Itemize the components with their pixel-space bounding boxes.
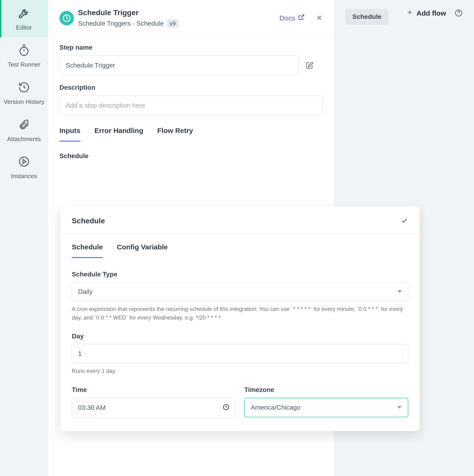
step-name-label: Step name xyxy=(59,44,323,51)
sidebar-item-test-runner[interactable]: Test Runner xyxy=(0,37,48,74)
sidebar-item-label: Version History xyxy=(4,98,45,106)
chevron-down-icon xyxy=(397,404,402,411)
schedule-section-label: Schedule xyxy=(59,152,323,160)
main-header: Schedule Trigger Schedule Triggers - Sch… xyxy=(48,0,334,35)
description-input[interactable] xyxy=(59,96,323,116)
stopwatch-icon xyxy=(18,44,30,58)
timezone-select[interactable]: America/Chicago xyxy=(244,398,408,417)
add-flow-label: Add flow xyxy=(416,9,446,17)
sidebar-item-label: Attachments xyxy=(7,135,41,143)
tab-error-handling[interactable]: Error Handling xyxy=(94,127,143,141)
add-flow-button[interactable]: Add flow xyxy=(406,9,446,17)
time-input[interactable]: 03:30 AM xyxy=(72,398,236,418)
flow-pill-schedule[interactable]: Schedule xyxy=(345,9,388,25)
svg-point-1 xyxy=(19,157,29,166)
paperclip-icon xyxy=(18,119,30,132)
clock-circle-icon xyxy=(59,11,74,25)
schedule-card: Schedule Schedule Config Variable Schedu… xyxy=(61,206,420,431)
sidebar-item-label: Instances xyxy=(11,172,37,180)
schedule-type-label: Schedule Type xyxy=(72,271,408,278)
version-badge: v9 xyxy=(167,19,178,28)
timezone-label: Timezone xyxy=(244,386,408,393)
sidebar: Editor Test Runner Version History Attac… xyxy=(0,0,48,476)
page-subtitle: Schedule Triggers - Schedule xyxy=(78,20,164,27)
day-label: Day xyxy=(72,333,408,340)
svg-point-4 xyxy=(458,15,459,15)
description-label: Description xyxy=(59,84,323,91)
sidebar-item-label: Test Runner xyxy=(8,61,40,69)
schedule-type-help: A cron expression that represents the re… xyxy=(72,305,408,322)
help-button[interactable] xyxy=(455,9,463,17)
sidebar-item-instances[interactable]: Instances xyxy=(0,149,48,186)
day-help: Runs every 1 day. xyxy=(72,367,408,375)
timezone-value: America/Chicago xyxy=(251,404,300,411)
clock-icon xyxy=(223,404,229,412)
card-tab-schedule[interactable]: Schedule xyxy=(72,243,103,257)
page-title: Schedule Trigger xyxy=(78,8,275,17)
card-title: Schedule xyxy=(72,217,105,225)
play-circle-icon xyxy=(18,155,30,169)
plus-icon xyxy=(406,9,413,17)
time-label: Time xyxy=(72,386,236,393)
time-value: 03:30 AM xyxy=(78,404,105,411)
edit-icon[interactable] xyxy=(305,61,314,70)
card-tab-config-variable[interactable]: Config Variable xyxy=(117,243,168,257)
step-name-input[interactable] xyxy=(59,55,298,75)
day-input[interactable] xyxy=(72,344,408,363)
chevron-down-icon xyxy=(397,288,402,295)
docs-label: Docs xyxy=(280,14,295,22)
sidebar-item-version-history[interactable]: Version History xyxy=(0,74,48,112)
close-button[interactable] xyxy=(316,14,323,22)
sidebar-item-label: Editor xyxy=(16,24,32,32)
config-tabs: Inputs Error Handling Flow Retry xyxy=(59,127,323,141)
confirm-button[interactable] xyxy=(401,217,408,225)
tab-inputs[interactable]: Inputs xyxy=(59,127,80,141)
tab-flow-retry[interactable]: Flow Retry xyxy=(157,127,193,141)
sidebar-item-attachments[interactable]: Attachments xyxy=(0,112,48,149)
sidebar-item-editor[interactable]: Editor xyxy=(0,0,48,37)
external-link-icon xyxy=(298,14,305,22)
schedule-type-select[interactable]: Daily xyxy=(72,282,408,301)
history-icon xyxy=(18,81,30,95)
schedule-type-value: Daily xyxy=(78,288,92,295)
svg-point-0 xyxy=(20,47,28,55)
wrench-icon xyxy=(18,7,30,20)
docs-link[interactable]: Docs xyxy=(280,14,305,22)
